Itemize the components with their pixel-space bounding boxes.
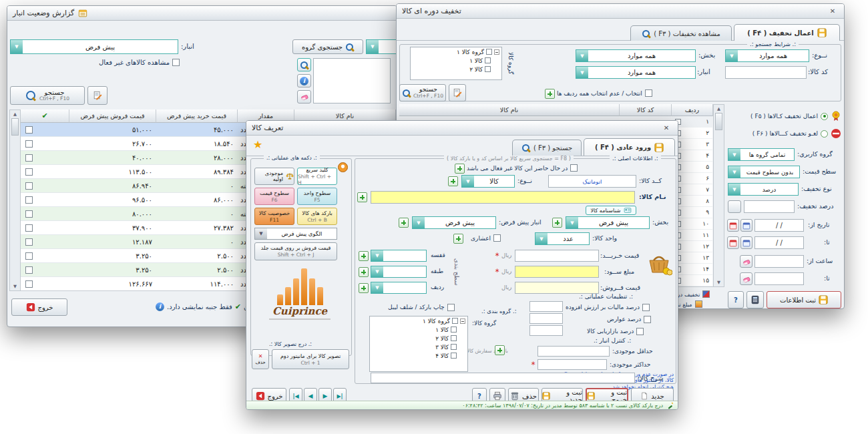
date-from-input[interactable]: / / — [754, 219, 804, 232]
edit-list-button[interactable] — [87, 86, 107, 105]
item-code-input[interactable] — [725, 66, 807, 79]
add-icon[interactable] — [448, 176, 458, 186]
initial-stock-button[interactable]: موجودی اولیه — [254, 168, 294, 185]
profit-input[interactable] — [515, 266, 599, 278]
print-barcode-checkbox[interactable]: چاپ بارکد / شلف لیبل — [388, 302, 455, 312]
calculator-button[interactable] — [746, 291, 764, 308]
group-search-button[interactable]: جستجوی گروه — [292, 39, 363, 54]
row-checkbox[interactable] — [25, 126, 33, 134]
buy-price-input[interactable] — [515, 250, 599, 262]
price-levels-button[interactable]: سطوح قیمت F6 — [254, 188, 294, 205]
tree-item[interactable]: کالا ۱ — [411, 56, 501, 65]
store-combobox[interactable]: پیش فرض ▼ — [10, 39, 178, 54]
row-checkbox[interactable] — [25, 266, 33, 274]
max-stock-input[interactable] — [537, 359, 607, 370]
select-all-checkbox[interactable]: انتخاب / عدم انتخاب همه ردیف ها — [557, 88, 652, 98]
row-checkbox[interactable] — [25, 196, 33, 204]
item-barcodes-button[interactable]: بارکد های کالا Ctrl + B — [297, 208, 337, 225]
scrollbar-thumb[interactable] — [11, 118, 19, 136]
add-icon[interactable] — [359, 283, 369, 293]
min-stock-input[interactable] — [537, 346, 610, 357]
item-description-input[interactable] — [371, 373, 635, 383]
item-name-input[interactable] — [371, 191, 635, 204]
close-icon[interactable]: ✕ — [827, 7, 839, 15]
edit-list-button[interactable] — [449, 84, 466, 101]
cover-price-button[interactable]: قیمت فروش بر روی قیمت جلد Shift + Ctrl +… — [254, 242, 337, 260]
item-type-combobox[interactable]: کالا▼ — [461, 175, 515, 188]
cancel-discount-radio[interactable]: لغـو تخفیف کـــالاها ( F۶ ) — [728, 127, 841, 140]
add-group-icon[interactable] — [495, 345, 505, 355]
add-icon[interactable] — [455, 164, 465, 174]
table-scrollbar[interactable]: ▲ ▼ — [713, 104, 724, 287]
vat-input[interactable] — [529, 301, 563, 312]
tree-expander-icon[interactable] — [494, 49, 499, 55]
exit-button[interactable]: خروج — [11, 298, 67, 316]
row-combobox[interactable]: ▼ — [371, 282, 427, 294]
discount-type-combobox[interactable]: درصد▼ — [728, 183, 799, 196]
tree-expander-icon[interactable] — [460, 318, 465, 324]
quick-key-button[interactable]: کلید سریع Shift + Ctrl + H — [297, 168, 337, 185]
tab-normal-entry[interactable]: ورود عادی ( F۴ ) — [584, 138, 675, 156]
row-checkbox[interactable] — [25, 252, 33, 260]
tree-checkbox[interactable] — [485, 57, 491, 63]
close-icon[interactable]: ✕ — [660, 124, 672, 132]
add-icon[interactable] — [359, 251, 369, 261]
tree-checkbox[interactable] — [486, 49, 492, 55]
percent-helper-button[interactable] — [728, 200, 741, 213]
table-scrollbar[interactable]: ▲ ▼ — [9, 110, 21, 291]
item-group-tree[interactable]: گروه کالا ۱ کالا ۱ کالا ۲ کالا ۳ کالا ۴ — [369, 316, 468, 372]
add-icon[interactable] — [552, 218, 562, 228]
group-result-list[interactable] — [313, 58, 391, 103]
scrollbar-thumb[interactable] — [715, 113, 722, 130]
vat-checkbox[interactable]: درصد مالیات بر ارزش افزوده — [566, 302, 650, 312]
store-combobox[interactable]: همه موارد▼ — [576, 66, 696, 79]
calendar-red-button[interactable] — [727, 236, 739, 249]
group-info-button[interactable]: i — [297, 74, 311, 87]
row-checkbox[interactable] — [25, 224, 33, 232]
item-idcard-link[interactable]: شناسنامه کالا — [586, 206, 636, 215]
tree-checkbox[interactable] — [451, 344, 457, 350]
default-store-combobox[interactable]: پیش فرض▼ — [412, 216, 496, 229]
sale-price-input[interactable] — [515, 282, 599, 294]
add-icon[interactable] — [359, 267, 369, 277]
group-filter-combobox[interactable]: ▼ — [366, 39, 397, 54]
add-icon[interactable] — [399, 218, 409, 228]
tree-checkbox[interactable] — [451, 353, 457, 359]
row-checkbox[interactable] — [25, 168, 33, 176]
tree-item[interactable]: کالا ۲ — [411, 65, 501, 73]
group-find-button[interactable] — [297, 58, 311, 71]
section-combobox[interactable]: پیش فرض▼ — [566, 216, 650, 229]
item-properties-button[interactable]: خصوصیت کالا F11 — [254, 208, 294, 225]
tab-view-discounts[interactable]: مشاهده تخفیفات ( F۳ ) — [630, 25, 732, 41]
discount-percent-input[interactable] — [744, 200, 795, 213]
tree-item[interactable]: کالا ۱ — [370, 325, 467, 334]
default-template-combobox[interactable]: الگوی پیش فرض ▼ — [254, 228, 337, 240]
group-clear-button[interactable] — [297, 90, 311, 103]
tree-checkbox[interactable] — [452, 318, 458, 324]
calendar-blue-button[interactable] — [740, 219, 752, 232]
tab-search[interactable]: جستجو ( F۳ ) — [512, 140, 582, 156]
user-group-combobox[interactable]: تمامی گروه ها▼ — [728, 148, 795, 161]
tree-item-root[interactable]: گروه کالا ۱ — [411, 47, 501, 56]
tree-item[interactable]: کالا ۴ — [370, 351, 467, 360]
duty-checkbox[interactable]: درصد عوارض — [607, 314, 651, 324]
row-checkbox[interactable] — [25, 238, 33, 246]
item-code-input[interactable]: اتوماتیک — [548, 175, 636, 188]
price-level-combobox[interactable]: بدون سطوح قیمت▼ — [728, 166, 800, 178]
unit-combobox[interactable]: عدد▼ — [535, 232, 590, 245]
decimal-checkbox[interactable]: اعشاری — [471, 233, 501, 243]
save-info-button[interactable]: ثبت اطلاعات — [767, 291, 841, 308]
item-group-tree[interactable]: گروه کالا ۱ کالا ۱ کالا ۲ — [410, 47, 502, 80]
settings-dot-icon[interactable] — [338, 162, 348, 172]
section-combobox[interactable]: همه موارد▼ — [576, 49, 696, 62]
time-clear-button[interactable] — [740, 272, 752, 285]
row-checkbox[interactable] — [25, 280, 33, 288]
search-button[interactable]: جستجو Ctrl+F , F10 — [10, 86, 85, 105]
show-inactive-checkbox[interactable]: مشاهده کالاهای غیر فعال — [74, 57, 180, 67]
row-checkbox[interactable] — [25, 182, 33, 190]
tree-checkbox[interactable] — [451, 327, 457, 333]
type-combobox[interactable]: همه موارد▼ — [725, 49, 809, 62]
calendar-red-button[interactable] — [727, 219, 739, 232]
help-button[interactable]: ? — [728, 291, 744, 308]
marketing-checkbox[interactable]: درصد بازاریابی کالا — [587, 327, 644, 336]
